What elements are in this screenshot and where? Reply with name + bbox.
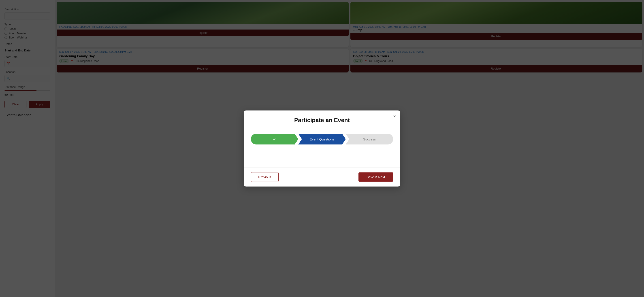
step-2: Event Questions [298, 134, 322, 144]
modal-header: Participate an Event × [244, 110, 322, 128]
steps-container: ✓ Event Questions Success [251, 134, 322, 144]
step-1-check-icon: ✓ [273, 136, 276, 142]
step-2-label: Event Questions [310, 137, 322, 141]
participate-modal: Participate an Event × ✓ Event Questions… [244, 110, 322, 148]
step-1: ✓ [251, 134, 298, 144]
modal-title: Participate an Event [251, 117, 322, 124]
modal-backdrop: Participate an Event × ✓ Event Questions… [0, 0, 322, 148]
